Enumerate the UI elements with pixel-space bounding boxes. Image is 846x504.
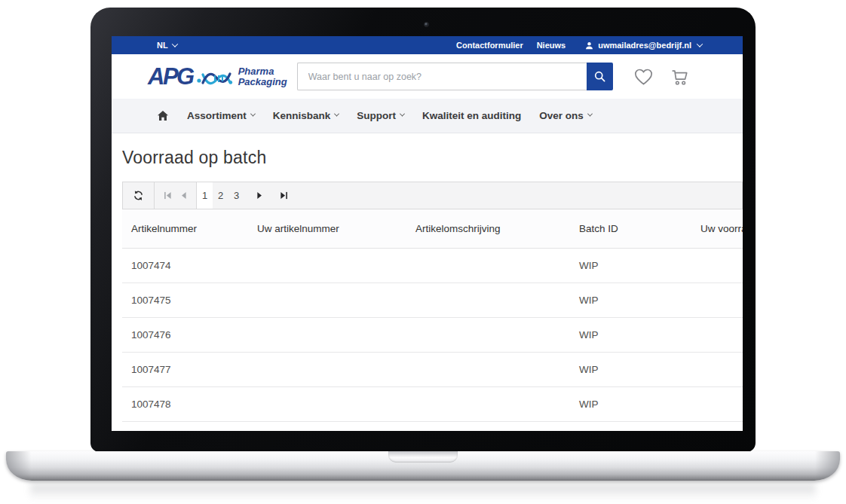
next-page-icon [256, 191, 263, 200]
topbar-right: Contactformulier Nieuws uwmailadres@bedr… [456, 41, 702, 50]
wishlist-button[interactable] [633, 67, 654, 86]
cart-icon [670, 67, 690, 87]
table-row[interactable]: 1007477 WIP [122, 353, 743, 387]
laptop-mockup: NL Contactformulier Nieuws uwmailadres@b… [0, 0, 846, 504]
home-icon [157, 110, 169, 121]
last-page-icon [280, 191, 288, 200]
chevron-down-icon [171, 41, 177, 47]
pagination-nav [155, 182, 197, 209]
nav-over-ons[interactable]: Over ons [539, 110, 592, 121]
laptop-screen-bezel: NL Contactformulier Nieuws uwmailadres@b… [90, 8, 756, 452]
news-link[interactable]: Nieuws [537, 41, 566, 50]
nav-label: Kennisbank [273, 110, 331, 121]
page-number-1[interactable]: 1 [197, 182, 213, 209]
pagination-pages: 1 2 3 [197, 182, 293, 209]
cell-batch-id: WIP [570, 260, 691, 271]
last-page-button[interactable] [274, 182, 293, 209]
logo[interactable]: APG Pharma Packaging [148, 65, 287, 88]
nav-support[interactable]: Support [357, 110, 404, 121]
nav-kennisbank[interactable]: Kennisbank [273, 110, 339, 121]
account-menu[interactable]: uwmailadres@bedrijf.nl [585, 41, 702, 50]
logo-tagline: Pharma Packaging [238, 66, 287, 87]
nav-assortiment[interactable]: Assortiment [187, 110, 255, 121]
account-email: uwmailadres@bedrijf.nl [598, 41, 691, 50]
search-icon [593, 70, 606, 83]
laptop-base [6, 451, 840, 481]
column-header-uw-artikelnummer[interactable]: Uw artikelnummer [248, 223, 406, 234]
nav-label: Kwaliteit en auditing [422, 110, 521, 121]
page-number-3[interactable]: 3 [228, 182, 244, 209]
search-button[interactable] [587, 63, 613, 90]
chevron-down-icon [400, 111, 405, 117]
search-input[interactable] [297, 63, 587, 90]
laptop-base-notch [388, 451, 458, 463]
table-row[interactable]: 1007474 WIP [122, 249, 743, 283]
page-number-2[interactable]: 2 [213, 182, 228, 209]
table-row[interactable]: 1007475 WIP [122, 283, 743, 318]
chevron-down-icon [250, 111, 256, 117]
pagination-toolbar: 1 2 3 [122, 182, 743, 209]
prev-page-icon [180, 191, 187, 200]
main-nav: Assortiment Kennisbank Support Kwaliteit… [112, 99, 743, 133]
logo-tagline-line2: Packaging [238, 76, 287, 87]
search-box [297, 63, 613, 90]
cell-artikelnummer: 1007475 [122, 295, 248, 306]
nav-label: Assortiment [187, 110, 247, 121]
column-header-artikelnummer[interactable]: Artikelnummer [122, 223, 248, 234]
webcam-dot [424, 22, 429, 27]
column-header-artikelomschrijving[interactable]: Artikelomschrijving [406, 223, 570, 234]
table-header-row: Artikelnummer Uw artikelnummer Artikelom… [122, 209, 743, 249]
dna-helix-icon [197, 69, 233, 88]
user-icon [585, 41, 593, 50]
cell-batch-id: WIP [570, 364, 691, 375]
nav-home[interactable] [157, 110, 169, 121]
topbar: NL Contactformulier Nieuws uwmailadres@b… [112, 36, 743, 54]
nav-kwaliteit-en-auditing[interactable]: Kwaliteit en auditing [422, 110, 521, 121]
column-header-uw-voorraad[interactable]: Uw voorraad [691, 223, 743, 234]
site-header: APG Pharma Packaging [112, 54, 743, 99]
cell-batch-id: WIP [570, 399, 691, 410]
language-selector[interactable]: NL [157, 41, 177, 50]
table-row[interactable]: 1007476 WIP [122, 318, 743, 353]
refresh-icon [133, 190, 144, 201]
language-label: NL [157, 41, 168, 50]
cell-artikelnummer: 1007474 [122, 260, 248, 271]
chevron-down-icon [334, 111, 339, 117]
page-content: Voorraad op batch [112, 133, 743, 431]
chevron-down-icon [587, 111, 593, 117]
nav-label: Over ons [539, 110, 584, 121]
cell-artikelnummer: 1007476 [122, 329, 248, 341]
heart-icon [633, 67, 654, 86]
laptop-reflection [30, 484, 816, 503]
contact-link[interactable]: Contactformulier [456, 41, 523, 50]
chevron-down-icon [697, 41, 703, 47]
cell-artikelnummer: 1007478 [122, 399, 248, 410]
next-page-button[interactable] [250, 182, 268, 209]
browser-viewport: NL Contactformulier Nieuws uwmailadres@b… [112, 36, 743, 431]
page-title: Voorraad op batch [122, 146, 743, 169]
nav-label: Support [357, 110, 396, 121]
first-page-button[interactable] [164, 191, 172, 200]
column-header-batch-id[interactable]: Batch ID [570, 223, 691, 234]
cart-button[interactable] [670, 67, 690, 87]
logo-acronym: APG [148, 65, 193, 88]
table-row[interactable]: 1007478 WIP [122, 387, 743, 422]
table-row-partial [122, 422, 743, 431]
refresh-button[interactable] [123, 182, 155, 209]
cell-artikelnummer: 1007477 [122, 364, 248, 375]
first-page-icon [164, 191, 172, 200]
prev-page-button[interactable] [180, 191, 187, 200]
stock-table: Artikelnummer Uw artikelnummer Artikelom… [122, 209, 743, 431]
cell-batch-id: WIP [570, 329, 691, 341]
cell-batch-id: WIP [570, 295, 691, 306]
